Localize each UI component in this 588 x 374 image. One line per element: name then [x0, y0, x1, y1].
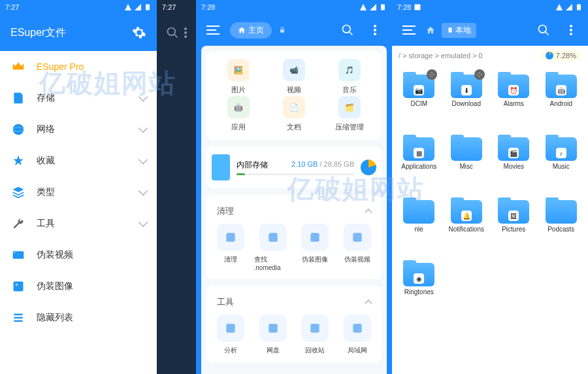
- collapse-icon[interactable]: [365, 299, 372, 307]
- usage-pct: 7.28%: [556, 52, 576, 60]
- drawer-item-star[interactable]: 收藏: [0, 145, 157, 177]
- svg-rect-32: [353, 324, 361, 332]
- download-icon: ⬇: [461, 85, 472, 95]
- folder-item[interactable]: ⬇ Download: [444, 72, 490, 133]
- storage-total: 28.85 GB: [324, 160, 354, 168]
- tool-item[interactable]: 清理: [212, 224, 250, 271]
- svg-line-21: [350, 32, 353, 35]
- tool-icon: [301, 224, 329, 251]
- drawer-item-layers[interactable]: 类型: [0, 177, 157, 208]
- status-time: 7:28: [201, 3, 215, 11]
- tool-item[interactable]: 局域网: [338, 314, 377, 355]
- menu-button[interactable]: [399, 20, 419, 41]
- folder-item[interactable]: Misc: [444, 135, 490, 196]
- folder-item[interactable]: 🔔 Notifications: [444, 197, 490, 259]
- local-panel: 7:28 本地 / > storage > emulated > 0 7.28%…: [392, 0, 588, 374]
- pie-icon[interactable]: [361, 160, 376, 175]
- star-icon: [10, 153, 26, 169]
- search-button[interactable]: [533, 20, 554, 41]
- folder-name: Ringtones: [404, 288, 434, 296]
- tool-label: 伪装图像: [302, 255, 328, 264]
- svg-rect-27: [311, 233, 319, 241]
- ring-icon: ◉: [414, 273, 424, 284]
- usage-badge[interactable]: 7.28%: [540, 50, 581, 61]
- svg-point-39: [539, 26, 547, 33]
- phone-icon: [212, 154, 230, 180]
- svg-rect-19: [280, 29, 284, 33]
- svg-point-43: [570, 33, 572, 35]
- svg-line-11: [174, 35, 178, 38]
- search-button[interactable]: [337, 20, 358, 41]
- tool-item[interactable]: 网盘: [254, 314, 293, 355]
- status-bar: 7:28: [392, 0, 588, 14]
- sdcard-icon: [10, 90, 26, 106]
- folder-item[interactable]: ♪ Music: [538, 135, 585, 196]
- category-item[interactable]: 🤖应用: [212, 96, 266, 132]
- clean-card: 清理 清理查找 .nomedia伪装图像伪装视频: [206, 195, 382, 279]
- folder-name: Download: [452, 100, 481, 107]
- drawer-item-globe[interactable]: 网络: [0, 114, 157, 145]
- svg-rect-31: [311, 324, 319, 332]
- folder-item[interactable]: 🖼 Pictures: [491, 197, 537, 259]
- tool-item[interactable]: 查找 .nomedia: [254, 224, 293, 271]
- drawer-item-fake-video[interactable]: 伪装视频: [0, 239, 157, 271]
- breadcrumb-path: / > storage > emulated > 0: [399, 52, 483, 60]
- folder-item[interactable]: nle: [396, 197, 442, 259]
- folder-item[interactable]: 🤖 Android: [538, 72, 585, 133]
- home-tab[interactable]: 主页: [230, 22, 272, 39]
- drawer-panel: 7:27 ESuper文件 ESuper Pro存储网络收藏类型工具伪装视频伪装…: [0, 0, 157, 374]
- more-button[interactable]: [365, 20, 385, 41]
- svg-point-6: [16, 284, 18, 286]
- folder-item[interactable]: 🎬 Movies: [491, 135, 537, 196]
- storage-card[interactable]: 内部存储 2.10 GB / 28.85 GB: [206, 146, 382, 188]
- category-item[interactable]: 📹视频: [267, 59, 321, 95]
- storage-label: 内部存储: [237, 160, 268, 171]
- drawer-item-crown[interactable]: ESuper Pro: [0, 51, 157, 82]
- folder-name: Android: [550, 100, 572, 107]
- tools-title: 工具: [217, 296, 234, 308]
- svg-point-20: [343, 26, 351, 33]
- drawer-item-sdcard[interactable]: 存储: [0, 82, 157, 114]
- folder-item[interactable]: ⏰ Alarms: [491, 72, 537, 133]
- tool-item[interactable]: 伪装图像: [296, 224, 335, 271]
- storage-progress: [237, 173, 354, 175]
- category-item[interactable]: 📄文档: [267, 96, 321, 132]
- tool-item[interactable]: 回收站: [296, 314, 335, 355]
- drawer-item-fake-image[interactable]: 伪装图像: [0, 271, 157, 302]
- folder-name: nle: [415, 226, 423, 233]
- folder-item[interactable]: ▦ Applications: [396, 135, 442, 196]
- tools-card: 工具 分析网盘回收站局域网: [206, 286, 382, 363]
- apps-icon: ▦: [414, 148, 424, 158]
- collapse-icon[interactable]: [365, 209, 372, 216]
- svg-rect-34: [577, 5, 581, 10]
- status-icons: [124, 3, 152, 11]
- folder-icon: 🎬: [498, 135, 529, 161]
- menu-button[interactable]: [203, 20, 223, 41]
- search-icon[interactable]: [166, 26, 179, 39]
- category-item[interactable]: 🖼️图片: [212, 59, 266, 95]
- folder-item[interactable]: 📷 DCIM: [396, 72, 442, 133]
- local-tab[interactable]: 本地: [442, 23, 476, 38]
- home-icon[interactable]: [426, 26, 435, 35]
- folder-icon: ⬇: [451, 72, 482, 98]
- category-item[interactable]: 🗂️压缩管理: [322, 96, 376, 132]
- folder-item[interactable]: Podcasts: [538, 197, 585, 259]
- alarm-icon: ⏰: [508, 85, 519, 95]
- tool-item[interactable]: 分析: [212, 314, 250, 355]
- drawer-item-list[interactable]: 隐藏列表: [0, 302, 157, 333]
- clean-title: 清理: [217, 205, 234, 217]
- tool-label: 伪装视频: [344, 255, 370, 264]
- settings-icon[interactable]: [132, 26, 146, 40]
- folder-item[interactable]: ◉ Ringtones: [396, 260, 442, 322]
- drawer-item-wrench[interactable]: 工具: [0, 208, 157, 239]
- category-item[interactable]: 🎵音乐: [322, 59, 376, 95]
- tool-item[interactable]: 伪装视频: [338, 224, 377, 271]
- picture-icon: 🖼: [508, 211, 519, 221]
- more-icon[interactable]: [184, 27, 187, 38]
- category-label: 视频: [287, 85, 301, 95]
- tool-icon: [259, 314, 287, 342]
- categories-grid: 🖼️图片📹视频🎵音乐🤖应用📄文档🗂️压缩管理: [212, 59, 376, 132]
- more-button[interactable]: [561, 20, 581, 41]
- status-icons: [555, 3, 583, 11]
- breadcrumb-bar[interactable]: / > storage > emulated > 0 7.28%: [392, 46, 588, 65]
